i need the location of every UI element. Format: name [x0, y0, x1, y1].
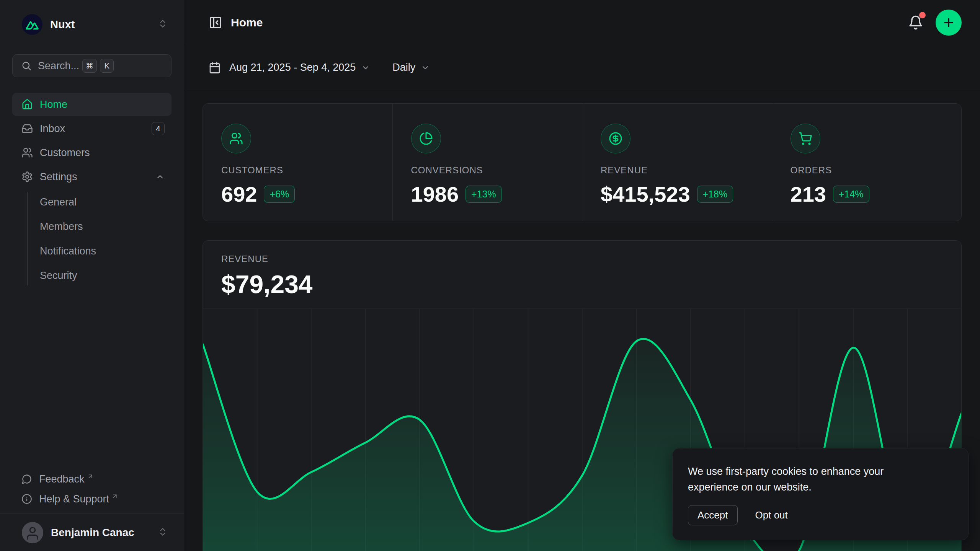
chevron-up-icon: [155, 172, 165, 181]
stats-card: CUSTOMERS 692 +6% CONVERSIONS 1986 +13%: [203, 103, 962, 221]
sidebar-item-label: Home: [40, 99, 67, 111]
info-icon: [21, 494, 32, 504]
period-value: Daily: [392, 62, 415, 73]
stat-delta-badge: +13%: [466, 186, 502, 203]
date-range-picker[interactable]: Aug 21, 2025 - Sep 4, 2025: [209, 62, 370, 74]
search-input[interactable]: Search... ⌘ K: [12, 54, 172, 77]
user-menu[interactable]: Benjamin Canac: [0, 514, 184, 551]
sidebar-item-label: Inbox: [40, 123, 65, 135]
calendar-icon: [209, 62, 221, 74]
stat-orders[interactable]: ORDERS 213 +14%: [772, 104, 962, 221]
sidebar-item-security[interactable]: Security: [12, 263, 172, 288]
date-range-value: Aug 21, 2025 - Sep 4, 2025: [229, 62, 356, 73]
home-icon: [21, 99, 33, 110]
stat-delta-badge: +18%: [697, 186, 733, 203]
page-header: Home: [184, 0, 980, 45]
sidebar-item-home[interactable]: Home: [12, 93, 172, 116]
kbd-meta: ⌘: [82, 59, 97, 73]
cookie-message: We use first-party cookies to enhance yo…: [688, 464, 927, 495]
feedback-link[interactable]: Feedback: [12, 469, 172, 489]
help-support-link[interactable]: Help & Support: [12, 489, 172, 509]
dollar-circle-icon: [601, 124, 630, 153]
users-icon: [221, 124, 251, 153]
sidebar-item-notifications[interactable]: Notifications: [12, 239, 172, 263]
user-name: Benjamin Canac: [51, 527, 134, 539]
avatar: [22, 522, 43, 543]
stat-label: ORDERS: [791, 165, 962, 176]
inbox-count-badge: 4: [152, 122, 165, 135]
stat-value: 692: [221, 182, 257, 207]
stat-label: CONVERSIONS: [411, 165, 582, 176]
stat-conversions[interactable]: CONVERSIONS 1986 +13%: [392, 104, 582, 221]
app-root: Nuxt Search... ⌘ K Home: [0, 0, 980, 551]
team-name: Nuxt: [50, 18, 75, 31]
pie-chart-icon: [411, 124, 441, 153]
add-button[interactable]: [936, 10, 962, 36]
stat-label: CUSTOMERS: [221, 165, 392, 176]
message-bubble-icon: [21, 474, 32, 484]
settings-subnav: General Members Notifications Security: [12, 190, 172, 288]
chevrons-up-down-icon: [158, 19, 168, 30]
page-title: Home: [231, 16, 263, 29]
users-icon: [21, 147, 33, 158]
sidebar-item-inbox[interactable]: Inbox 4: [12, 117, 172, 140]
search-icon: [21, 60, 32, 71]
stat-value: 213: [791, 182, 826, 207]
team-switcher[interactable]: Nuxt: [12, 12, 172, 37]
period-select[interactable]: Daily: [392, 62, 430, 73]
stat-value: $415,523: [601, 182, 690, 207]
inbox-icon: [21, 123, 33, 134]
sidebar-item-general[interactable]: General: [12, 190, 172, 214]
stat-customers[interactable]: CUSTOMERS 692 +6%: [203, 104, 392, 221]
external-link-icon: [111, 493, 118, 500]
revenue-value: $79,234: [221, 270, 943, 299]
chevron-down-icon: [421, 63, 430, 72]
collapse-sidebar-button[interactable]: [209, 16, 222, 29]
notifications-button[interactable]: [906, 13, 925, 32]
help-support-label: Help & Support: [39, 493, 109, 505]
revenue-label: REVENUE: [221, 254, 943, 264]
stat-label: REVENUE: [601, 165, 772, 176]
sidebar-footer: Feedback Help & Support: [12, 469, 172, 509]
chevron-down-icon: [361, 63, 370, 72]
feedback-label: Feedback: [39, 473, 85, 485]
cart-icon: [791, 124, 820, 153]
kbd-k: K: [100, 59, 114, 73]
sidebar-item-members[interactable]: Members: [12, 214, 172, 239]
stat-value: 1986: [411, 182, 459, 207]
accept-button[interactable]: Accept: [688, 505, 738, 525]
sidebar-nav: Home Inbox 4 Customers Settings: [12, 93, 172, 189]
chevrons-up-down-icon: [158, 527, 168, 538]
filters-toolbar: Aug 21, 2025 - Sep 4, 2025 Daily: [184, 45, 980, 90]
nuxt-logo-icon: [22, 14, 42, 35]
search-placeholder: Search...: [38, 60, 79, 72]
notification-dot: [919, 12, 926, 18]
stat-revenue[interactable]: REVENUE $415,523 +18%: [582, 104, 772, 221]
sidebar: Nuxt Search... ⌘ K Home: [0, 0, 184, 551]
subnav-guide-line: [27, 192, 28, 285]
sidebar-item-label: Customers: [40, 147, 90, 159]
cookie-banner: We use first-party cookies to enhance yo…: [672, 448, 969, 540]
sidebar-item-settings[interactable]: Settings: [12, 165, 172, 188]
gear-icon: [21, 171, 33, 183]
stat-delta-badge: +14%: [833, 186, 869, 203]
opt-out-button[interactable]: Opt out: [755, 509, 788, 521]
external-link-icon: [87, 473, 94, 480]
sidebar-item-customers[interactable]: Customers: [12, 141, 172, 164]
sidebar-item-label: Settings: [40, 171, 77, 183]
stat-delta-badge: +6%: [264, 186, 295, 203]
